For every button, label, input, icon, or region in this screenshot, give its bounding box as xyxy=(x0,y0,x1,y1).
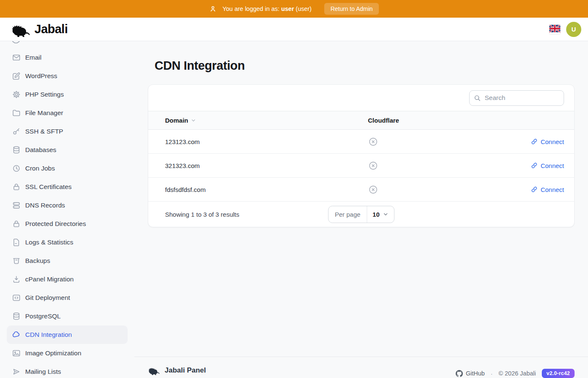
sidebar-item-label: DNS Records xyxy=(25,202,65,209)
sidebar-item-label: Git Deployment xyxy=(25,294,70,302)
sidebar-item-git-deployment[interactable]: Git Deployment xyxy=(7,289,128,307)
connect-link[interactable]: Connect xyxy=(531,162,564,169)
user-avatar[interactable]: U xyxy=(566,22,581,37)
results-summary: Showing 1 to 3 of 3 results xyxy=(165,211,239,218)
sidebar-item-file-manager[interactable]: File Manager xyxy=(7,104,128,122)
cloud-icon xyxy=(12,330,21,339)
domain-cell: 321323.com xyxy=(148,162,368,169)
sidebar-item-label: PHP Settings xyxy=(25,91,64,98)
brand-name: Jabali xyxy=(34,22,68,36)
tray-icon xyxy=(12,256,21,265)
search-icon xyxy=(474,94,481,102)
gear-icon xyxy=(12,90,21,99)
impersonation-username: user xyxy=(281,5,294,12)
sidebar-item-label: Cron Jobs xyxy=(25,165,55,172)
download-icon xyxy=(12,275,21,284)
uk-flag-icon[interactable] xyxy=(549,25,560,34)
paper-plane-icon xyxy=(12,367,21,376)
sidebar-item-wordpress[interactable]: WordPress xyxy=(7,67,128,85)
footer: Jabali Panel GitHub · © 2026 Jabali v2.0… xyxy=(134,357,588,378)
boar-icon xyxy=(148,365,160,375)
link-icon xyxy=(531,138,538,145)
domain-cell: 123123.com xyxy=(148,138,368,145)
sidebar-item-image-optimization[interactable]: Image Optimization xyxy=(7,344,128,362)
image-icon xyxy=(12,349,21,358)
column-header-cloudflare: Cloudflare xyxy=(368,117,574,124)
sidebar-item-label: cPanel Migration xyxy=(25,276,74,283)
link-icon xyxy=(531,162,538,169)
sidebar-item-label: File Manager xyxy=(25,109,63,117)
sidebar-item-ssh-and-sftp[interactable]: SSH & SFTP xyxy=(7,122,128,141)
sidebar-item-label: Databases xyxy=(25,146,56,154)
connect-link[interactable]: Connect xyxy=(531,138,564,145)
sidebar-item-postgresql[interactable]: PostgreSQL xyxy=(7,307,128,326)
x-circle-icon xyxy=(368,161,378,171)
sidebar-item-cron-jobs[interactable]: Cron Jobs xyxy=(7,159,128,178)
sidebar: Email WordPress PHP Settings File Manage… xyxy=(0,41,134,378)
sidebar-item-logs-and-statistics[interactable]: Logs & Statistics xyxy=(7,233,128,252)
return-to-admin-button[interactable]: Return to Admin xyxy=(324,3,379,15)
table-header: Domain Cloudflare xyxy=(148,111,574,130)
clock-icon xyxy=(12,164,21,173)
x-circle-icon xyxy=(368,137,378,147)
sidebar-item-label: Logs & Statistics xyxy=(25,239,74,246)
key-icon xyxy=(12,127,21,136)
sidebar-item-mailing-lists[interactable]: Mailing Lists xyxy=(7,362,128,378)
sidebar-item-label: PostgreSQL xyxy=(25,312,60,320)
pencil-square-icon xyxy=(12,71,21,81)
impersonation-banner: You are logged in as: user (user) Return… xyxy=(0,0,588,18)
database-icon xyxy=(12,312,21,321)
table-body: 123123.com Connect 321323.com Connect fd… xyxy=(148,130,574,202)
brand-logo[interactable]: Jabali xyxy=(11,21,68,38)
table-row: 123123.com Connect xyxy=(148,130,574,154)
lock-icon xyxy=(12,219,21,228)
connect-link[interactable]: Connect xyxy=(531,186,564,193)
link-icon xyxy=(531,186,538,193)
app-header: Jabali U xyxy=(0,18,588,41)
sidebar-item-label: SSL Certificates xyxy=(25,183,72,191)
sidebar-item-label: SSH & SFTP xyxy=(25,128,63,135)
sidebar-item-backups[interactable]: Backups xyxy=(7,252,128,270)
sidebar-item-label: WordPress xyxy=(25,72,57,80)
pagination-bar: Showing 1 to 3 of 3 results Per page 10 xyxy=(148,202,574,227)
server-icon xyxy=(12,201,21,210)
sidebar-item-label: Mailing Lists xyxy=(25,368,61,375)
impersonation-text: You are logged in as: user (user) xyxy=(223,5,312,12)
footer-separator: · xyxy=(491,370,493,377)
sidebar-item-ssl-certificates[interactable]: SSL Certificates xyxy=(7,178,128,196)
sidebar-item-protected-directories[interactable]: Protected Directories xyxy=(7,215,128,233)
x-circle-icon xyxy=(368,185,378,194)
sidebar-item-php-settings[interactable]: PHP Settings xyxy=(7,85,128,104)
lock-icon xyxy=(12,182,21,192)
search-input[interactable] xyxy=(469,90,564,106)
github-icon xyxy=(456,370,463,377)
sidebar-item-databases[interactable]: Databases xyxy=(7,141,128,159)
sidebar-item-email[interactable]: Email xyxy=(7,48,128,67)
boar-icon xyxy=(11,21,31,38)
github-link[interactable]: GitHub xyxy=(456,370,485,377)
column-header-domain[interactable]: Domain xyxy=(148,117,368,124)
sidebar-item-label: Protected Directories xyxy=(25,220,86,228)
sidebar-item-dns-records[interactable]: DNS Records xyxy=(7,196,128,215)
user-icon xyxy=(209,5,217,13)
sort-chevron-down-icon xyxy=(191,118,196,123)
github-label: GitHub xyxy=(466,370,485,377)
code-icon xyxy=(12,293,21,302)
per-page-value: 10 xyxy=(373,211,380,218)
per-page-label: Per page xyxy=(328,206,367,223)
footer-copyright: © 2026 Jabali xyxy=(499,370,536,377)
cdn-card: Domain Cloudflare 123123.com Connect 321… xyxy=(148,84,575,227)
footer-brand: Jabali Panel xyxy=(165,366,206,375)
sidebar-item-partial xyxy=(0,41,134,47)
sidebar-item-label: Email xyxy=(25,54,42,61)
folder-icon xyxy=(12,108,21,118)
sidebar-item-label: Backups xyxy=(25,257,50,265)
sidebar-item-cpanel-migration[interactable]: cPanel Migration xyxy=(7,270,128,289)
database-icon xyxy=(12,145,21,155)
per-page-select[interactable]: Per page 10 xyxy=(328,206,394,223)
sidebar-item-label: CDN Integration xyxy=(25,331,72,339)
sidebar-item-label: Image Optimization xyxy=(25,349,81,357)
sidebar-item-cdn-integration[interactable]: CDN Integration xyxy=(7,326,128,344)
page-title: CDN Integration xyxy=(155,59,575,73)
chevron-down-icon xyxy=(383,211,388,217)
